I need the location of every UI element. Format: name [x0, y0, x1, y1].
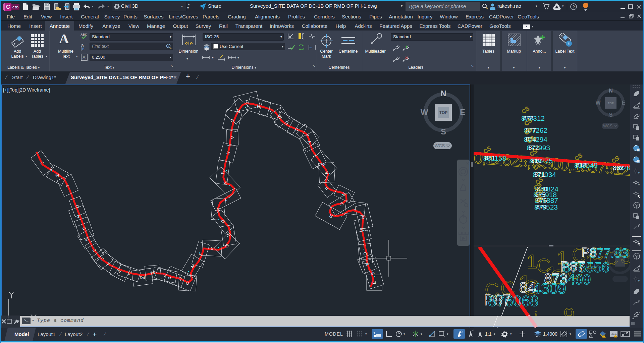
- svg-text:#: #: [638, 279, 640, 283]
- svg-text:A: A: [638, 183, 640, 186]
- svg-text:#: #: [638, 171, 640, 175]
